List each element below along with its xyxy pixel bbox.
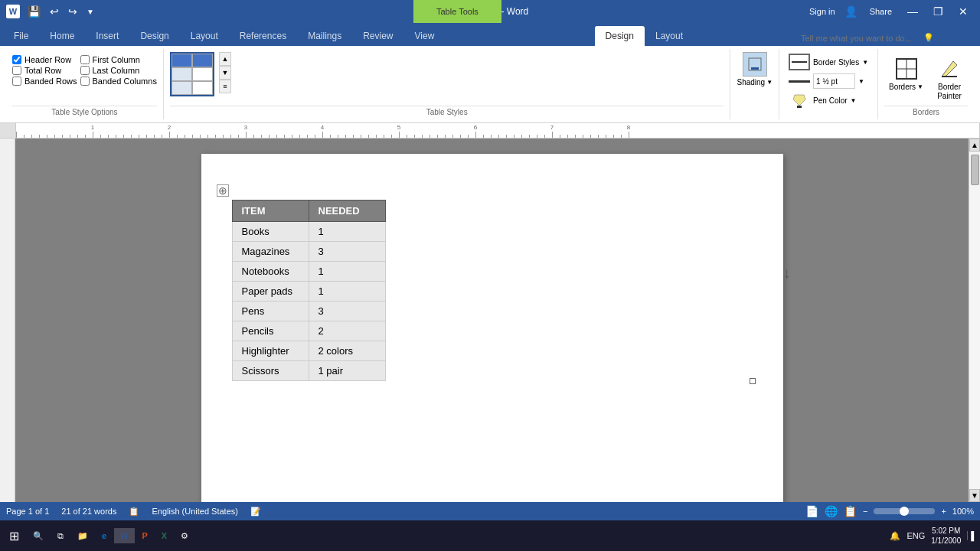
share-button[interactable]: Share [864, 4, 898, 19]
start-button[interactable]: ⊞ [3, 526, 25, 546]
table-cell-3-0[interactable]: Paper pads [232, 282, 309, 302]
search-button[interactable]: 🔍 [27, 528, 50, 544]
tab-home[interactable]: Home [39, 26, 85, 46]
tab-file[interactable]: File [3, 26, 39, 46]
scroll-thumb[interactable] [971, 155, 979, 185]
table-cell-3-1[interactable]: 1 [309, 282, 385, 302]
tell-me-input[interactable] [801, 34, 923, 43]
view-outline-btn[interactable]: 📋 [844, 505, 857, 517]
banded-columns-option[interactable]: Banded Columns [80, 77, 157, 86]
borders-large-arrow[interactable]: ▼ [917, 83, 923, 90]
table-resize-handle[interactable] [750, 378, 756, 384]
table-styles-more[interactable]: ≡ [219, 80, 231, 93]
restore-button[interactable]: ❐ [927, 4, 949, 19]
quick-access: 💾 ↩ ↪ ▼ [24, 4, 97, 19]
border-size-input[interactable] [813, 73, 855, 89]
scroll-up-button[interactable]: ▲ [969, 139, 980, 152]
border-painter-button[interactable]: BorderPainter [931, 52, 968, 104]
file-explorer-button[interactable]: 📁 [71, 528, 94, 544]
settings-button[interactable]: ⚙ [175, 528, 194, 544]
task-view-button[interactable]: ⧉ [51, 528, 70, 544]
table-style-preview[interactable] [170, 52, 214, 96]
zoom-in-btn[interactable]: + [941, 507, 946, 516]
header-row-option[interactable]: Header Row [12, 55, 77, 64]
table-cell-4-1[interactable]: 3 [309, 302, 385, 321]
customize-qa-button[interactable]: ▼ [83, 6, 97, 18]
table-cell-7-1[interactable]: 1 pair [309, 361, 385, 381]
border-painter-svg [938, 57, 961, 80]
border-styles-button[interactable]: Border Styles ▼ [786, 52, 871, 72]
spell-check-icon[interactable]: 📋 [129, 507, 139, 517]
page-info: Page 1 of 1 [6, 507, 49, 516]
tab-layout-table[interactable]: Layout [645, 26, 694, 46]
shading-button[interactable]: Shading ▼ [737, 52, 773, 86]
undo-button[interactable]: ↩ [47, 4, 62, 19]
header-row-checkbox[interactable] [12, 55, 21, 64]
tab-mailings[interactable]: Mailings [297, 26, 352, 46]
table-cell-4-0[interactable]: Pens [232, 302, 309, 321]
taskbar-clock[interactable]: 5:02 PM 1/1/2000 [931, 526, 961, 546]
last-column-checkbox[interactable] [80, 66, 90, 75]
language-indicator[interactable]: ENG [906, 531, 925, 540]
tab-design-table[interactable]: Design [595, 26, 645, 46]
tab-design-doc[interactable]: Design [129, 26, 179, 46]
close-button[interactable]: ✕ [952, 4, 974, 19]
doc-scroll[interactable]: ⊕ ITEM NEEDED Books1Magazines3Notebooks1… [15, 139, 969, 502]
excel-button[interactable]: X [155, 528, 173, 543]
view-web-btn[interactable]: 🌐 [825, 505, 838, 517]
checkbox-col1: Header Row Total Row Banded Rows [12, 52, 77, 89]
shading-dropdown-arrow[interactable]: ▼ [766, 79, 773, 86]
redo-button[interactable]: ↪ [65, 4, 80, 19]
zoom-slider[interactable] [874, 508, 935, 514]
tab-references[interactable]: References [229, 26, 297, 46]
table-cell-2-0[interactable]: Notebooks [232, 262, 309, 282]
minimize-button[interactable]: — [901, 4, 924, 19]
table-cell-1-1[interactable]: 3 [309, 242, 385, 262]
save-button[interactable]: 💾 [24, 4, 44, 19]
shading-label: Shading [737, 78, 765, 86]
table-cell-7-0[interactable]: Scissors [232, 361, 309, 381]
powerpoint-button[interactable]: P [136, 528, 154, 543]
edge-button[interactable]: e [96, 528, 113, 543]
sign-in-button[interactable]: Sign in [803, 4, 841, 19]
table-styles-scroll-up[interactable]: ▲ [219, 52, 231, 66]
table-cell-6-1[interactable]: 2 colors [309, 341, 385, 361]
border-size-arrow[interactable]: ▼ [858, 78, 864, 85]
banded-columns-checkbox[interactable] [80, 77, 90, 86]
word-table[interactable]: ITEM NEEDED Books1Magazines3Notebooks1Pa… [232, 200, 386, 381]
table-move-handle[interactable]: ⊕ [217, 184, 229, 197]
table-styles-scroll-down[interactable]: ▼ [219, 66, 231, 80]
first-column-option[interactable]: First Column [80, 55, 157, 64]
table-cell-1-0[interactable]: Magazines [232, 242, 309, 262]
zoom-level[interactable]: 100% [952, 507, 974, 516]
tab-insert[interactable]: Insert [85, 26, 129, 46]
banded-rows-checkbox[interactable] [12, 77, 21, 86]
pen-color-icon [789, 92, 810, 109]
total-row-option[interactable]: Total Row [12, 66, 77, 75]
borders-large-button[interactable]: Borders ▼ [884, 52, 928, 94]
first-column-checkbox[interactable] [80, 55, 90, 64]
table-cell-2-1[interactable]: 1 [309, 262, 385, 282]
track-changes-icon[interactable]: 📝 [250, 507, 261, 517]
view-print-btn[interactable]: 📄 [805, 505, 818, 517]
last-column-option[interactable]: Last Column [80, 66, 157, 75]
pen-color-button[interactable]: Pen Color ▼ [786, 90, 859, 110]
table-cell-6-0[interactable]: Highlighter [232, 341, 309, 361]
table-cell-0-1[interactable]: 1 [309, 222, 385, 242]
total-row-checkbox[interactable] [12, 66, 21, 75]
banded-rows-option[interactable]: Banded Rows [12, 77, 77, 86]
table-cell-5-1[interactable]: 2 [309, 321, 385, 341]
table-cell-5-0[interactable]: Pencils [232, 321, 309, 341]
tab-layout-doc[interactable]: Layout [180, 26, 229, 46]
pen-color-label: Pen Color [813, 96, 847, 105]
language-info[interactable]: English (United States) [152, 507, 238, 516]
notification-icon[interactable]: 🔔 [890, 531, 900, 541]
scroll-down-button[interactable]: ▼ [969, 489, 980, 502]
zoom-out-btn[interactable]: − [863, 507, 867, 516]
word-taskbar-button[interactable]: W [114, 528, 134, 543]
tab-review[interactable]: Review [352, 26, 403, 46]
table-style-options-content: Header Row Total Row Banded Rows First C… [12, 52, 157, 104]
show-desktop-button[interactable]: ▌ [967, 531, 977, 540]
table-cell-0-0[interactable]: Books [232, 222, 309, 242]
tab-view[interactable]: View [404, 26, 446, 46]
